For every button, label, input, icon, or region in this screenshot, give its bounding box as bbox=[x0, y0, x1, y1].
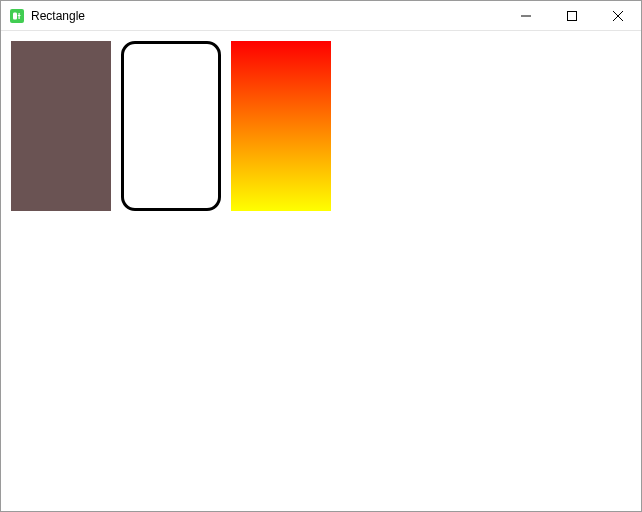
window-title: Rectangle bbox=[31, 9, 85, 23]
svg-rect-2 bbox=[568, 11, 577, 20]
client-area bbox=[1, 31, 641, 511]
rect-outlined bbox=[121, 41, 221, 211]
window-controls bbox=[503, 1, 641, 30]
maximize-button[interactable] bbox=[549, 1, 595, 30]
close-button[interactable] bbox=[595, 1, 641, 30]
app-icon bbox=[9, 8, 25, 24]
window: Rectangle bbox=[0, 0, 642, 512]
rect-gradient bbox=[231, 41, 331, 211]
rect-solid bbox=[11, 41, 111, 211]
minimize-button[interactable] bbox=[503, 1, 549, 30]
titlebar: Rectangle bbox=[1, 1, 641, 31]
